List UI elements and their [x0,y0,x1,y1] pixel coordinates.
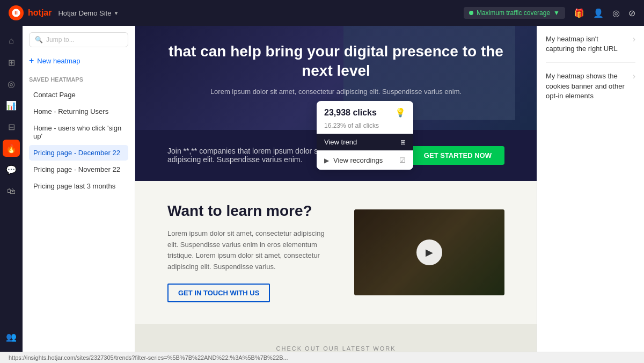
nav-person-icon[interactable]: 👥 [3,328,20,345]
site-selector[interactable]: Hotjar Demo Site ▼ [58,9,119,17]
hotjar-icon [9,5,24,20]
right-panel-cookies-text: My heatmap shows the cookies banner and … [546,71,628,101]
search-box[interactable]: 🔍 Jump to... [29,32,128,47]
sidebar: 🔍 Jump to... + New heatmap Saved heatmap… [23,26,135,352]
site-name: Hotjar Demo Site [58,9,111,17]
pricing-3months-label: Pricing page last 3 months [33,182,115,190]
popup-tooltip: 23,938 clicks 💡 16.23% of all clicks Vie… [317,101,413,170]
sidebar-item-pricing-nov[interactable]: Pricing page - November 22 [29,162,128,177]
view-recordings-label: View recordings [333,156,383,164]
content-area: that can help bring your digital presenc… [135,26,537,352]
right-arrow-icon-1: › [633,34,635,44]
gift-icon[interactable]: 🎁 [574,8,584,18]
status-badge[interactable]: Maximum traffic coverage ▼ [464,7,565,19]
view-trend-button[interactable]: View trend ⊞ [317,134,413,150]
hero-subtitle: Lorem ipsum dolor sit amet, consectetur … [167,88,504,96]
saved-heatmaps-label: Saved heatmaps [29,76,128,83]
contact-page-label: Contact Page [33,91,76,99]
pricing-dec-label: Pricing page - December 22 [33,149,120,157]
nav-message-icon[interactable]: 💬 [3,161,20,178]
sidebar-item-home-signup[interactable]: Home - users who click 'sign up' [29,120,128,144]
search-placeholder: Jump to... [46,36,75,43]
topbar-right: Maximum traffic coverage ▼ 🎁 👤 ◎ ⊘ [464,7,635,19]
nav-grid-icon[interactable]: ⊞ [3,54,20,71]
nav-filter-icon[interactable]: ⊟ [3,118,20,135]
right-panel-item-url[interactable]: My heatmap isn't capturing the right URL… [546,34,635,63]
cta-button[interactable]: GET STARTED NOW [411,146,504,165]
learn-section: Want to learn more? Lorem ipsum dolor si… [135,181,537,324]
view-trend-label: View trend [324,138,357,146]
learn-btn[interactable]: GET IN TOUCH WITH US [167,284,270,302]
new-heatmap-button[interactable]: + New heatmap [29,54,128,68]
status-dot-icon [469,11,473,15]
status-chevron-icon: ▼ [553,9,560,17]
new-heatmap-label: New heatmap [37,57,80,65]
right-panel-item-cookies[interactable]: My heatmap shows the cookies banner and … [546,71,635,110]
nav-bag-icon[interactable]: 🛍 [3,183,20,200]
trend-arrow-icon: ⊞ [400,139,406,146]
bottom-label: CHECK OUT OUR LATEST WORK [167,345,504,352]
popup-header: 23,938 clicks 💡 [317,101,413,122]
right-panel-url-text: My heatmap isn't capturing the right URL [546,34,628,54]
logo[interactable]: hotjar [9,5,52,20]
pricing-nov-label: Pricing page - November 22 [33,165,120,173]
url-bar: https://insights.hotjar.com/sites/232730… [0,352,644,363]
sidebar-item-pricing-3months[interactable]: Pricing page last 3 months [29,178,128,194]
right-arrow-icon-2: › [633,71,635,81]
learn-video[interactable]: ▶ [354,209,504,295]
url-text: https://insights.hotjar.com/sites/232730… [9,354,288,361]
view-recordings-button[interactable]: ▶ View recordings ☑ [317,150,413,170]
popup-clicks: 23,938 clicks [324,108,377,118]
home-signup-label: Home - users who click 'sign up' [33,124,121,140]
hero-title: that can help bring your digital presenc… [167,42,504,81]
nav-home-icon[interactable]: ⌂ [3,32,20,49]
learn-body: Lorem ipsum dolor sit amet, consectetur … [167,228,333,273]
home-returning-label: Home - Returning Users [33,107,108,115]
left-nav: ⌂ ⊞ ◎ 📊 ⊟ 🔥 💬 🛍 👥 [0,26,23,352]
close-icon[interactable]: ⊘ [628,8,635,18]
logo-text: hotjar [28,8,52,18]
sidebar-item-pricing-dec[interactable]: Pricing page - December 22 [29,145,128,161]
recordings-check-icon: ☑ [399,156,406,164]
search-icon: 🔍 [35,36,43,43]
right-panel: My heatmap isn't capturing the right URL… [537,26,644,352]
nav-heatmap-icon[interactable]: 🔥 [3,140,20,157]
learn-text: Want to learn more? Lorem ipsum dolor si… [167,202,333,302]
plus-icon: + [29,56,34,66]
help-icon[interactable]: ◎ [612,8,620,18]
site-chevron-icon: ▼ [113,10,119,16]
popup-percent: 16.23% of all clicks [317,122,413,134]
topbar: hotjar Hotjar Demo Site ▼ Maximum traffi… [0,0,644,26]
sidebar-item-contact[interactable]: Contact Page [29,87,128,103]
play-button[interactable]: ▶ [416,239,442,265]
play-small-icon: ▶ [324,157,329,164]
nav-chart-icon[interactable]: 📊 [3,97,20,114]
nav-target-icon[interactable]: ◎ [3,75,20,92]
bulb-icon: 💡 [395,107,406,118]
user-icon[interactable]: 👤 [593,8,604,18]
sidebar-item-home-returning[interactable]: Home - Returning Users [29,104,128,119]
learn-title: Want to learn more? [167,202,333,220]
bottom-section: CHECK OUT OUR LATEST WORK Recent example… [135,324,537,352]
status-label: Maximum traffic coverage [477,9,550,17]
